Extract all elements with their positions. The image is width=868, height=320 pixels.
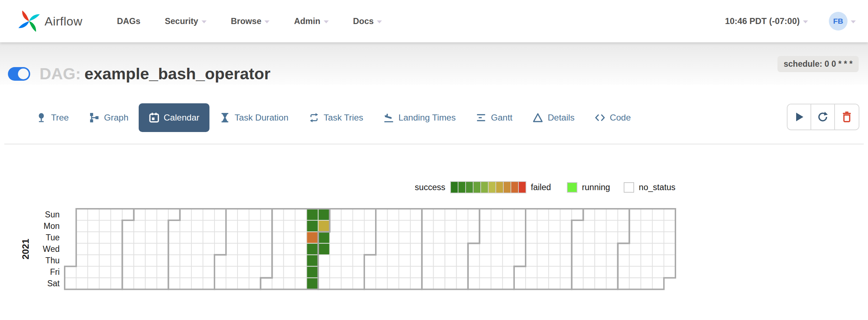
- calendar-cell[interactable]: [629, 255, 641, 266]
- calendar-cell[interactable]: [76, 220, 88, 232]
- calendar-cell[interactable]: [376, 278, 387, 289]
- calendar-cell[interactable]: [503, 255, 514, 266]
- calendar-cell[interactable]: [88, 255, 99, 266]
- calendar-cell[interactable]: [664, 266, 675, 278]
- calendar-cell[interactable]: [353, 209, 364, 220]
- calendar-cell[interactable]: [203, 243, 214, 255]
- calendar-cell[interactable]: [549, 266, 560, 278]
- calendar-cell[interactable]: [457, 266, 468, 278]
- calendar-cell[interactable]: [526, 243, 537, 255]
- calendar-cell[interactable]: [237, 278, 249, 289]
- calendar-cell[interactable]: [376, 209, 387, 220]
- calendar-cell[interactable]: [283, 266, 295, 278]
- calendar-cell[interactable]: [364, 220, 376, 232]
- calendar-cell[interactable]: [307, 266, 318, 278]
- calendar-cell[interactable]: [341, 232, 353, 243]
- calendar-cell[interactable]: [76, 209, 88, 220]
- calendar-cell[interactable]: [214, 209, 226, 220]
- calendar-cell[interactable]: [330, 266, 341, 278]
- calendar-cell[interactable]: [526, 255, 537, 266]
- calendar-cell[interactable]: [295, 209, 307, 220]
- calendar-cell[interactable]: [399, 266, 410, 278]
- calendar-cell[interactable]: [134, 255, 145, 266]
- calendar-cell[interactable]: [214, 232, 226, 243]
- nav-item-security[interactable]: Security: [165, 17, 207, 26]
- calendar-cell[interactable]: [526, 266, 537, 278]
- airflow-brand[interactable]: Airflow: [17, 9, 83, 33]
- calendar-cell[interactable]: [595, 255, 606, 266]
- calendar-cell[interactable]: [99, 209, 111, 220]
- calendar-cell[interactable]: [572, 266, 583, 278]
- calendar-cell[interactable]: [572, 255, 583, 266]
- calendar-cell[interactable]: [491, 243, 503, 255]
- calendar-cell[interactable]: [480, 232, 491, 243]
- calendar-cell[interactable]: [641, 209, 652, 220]
- calendar-cell[interactable]: [641, 232, 652, 243]
- calendar-cell[interactable]: [214, 220, 226, 232]
- calendar-cell[interactable]: [330, 255, 341, 266]
- calendar-cell[interactable]: [399, 209, 410, 220]
- calendar-cell[interactable]: [226, 255, 237, 266]
- calendar-cell[interactable]: [457, 243, 468, 255]
- calendar-cell[interactable]: [480, 220, 491, 232]
- calendar-cell[interactable]: [260, 232, 272, 243]
- calendar-cell[interactable]: [606, 243, 618, 255]
- trigger-dag-button[interactable]: [788, 104, 811, 130]
- calendar-cell[interactable]: [76, 232, 88, 243]
- calendar-cell[interactable]: [99, 255, 111, 266]
- calendar-cell[interactable]: [445, 278, 456, 289]
- calendar-cell[interactable]: [629, 243, 641, 255]
- calendar-cell[interactable]: [560, 209, 572, 220]
- calendar-cell[interactable]: [76, 243, 88, 255]
- calendar-cell[interactable]: [134, 232, 145, 243]
- calendar-cell[interactable]: [168, 232, 180, 243]
- nav-item-dags[interactable]: DAGs: [117, 17, 140, 26]
- calendar-cell[interactable]: [376, 266, 387, 278]
- calendar-cell[interactable]: [226, 278, 237, 289]
- calendar-cell[interactable]: [168, 243, 180, 255]
- calendar-cell[interactable]: [537, 220, 549, 232]
- calendar-cell[interactable]: [307, 255, 318, 266]
- calendar-cell[interactable]: [237, 255, 249, 266]
- calendar-cell[interactable]: [549, 278, 560, 289]
- calendar-cell[interactable]: [549, 220, 560, 232]
- calendar-cell[interactable]: [399, 255, 410, 266]
- calendar-cell[interactable]: [652, 255, 664, 266]
- calendar-cell[interactable]: [468, 255, 480, 266]
- calendar-cell[interactable]: [134, 278, 145, 289]
- calendar-cell[interactable]: [376, 220, 387, 232]
- calendar-cell[interactable]: [168, 255, 180, 266]
- calendar-cell[interactable]: [457, 278, 468, 289]
- calendar-cell[interactable]: [387, 232, 399, 243]
- calendar-cell[interactable]: [88, 243, 99, 255]
- calendar-cell[interactable]: [283, 255, 295, 266]
- calendar-cell[interactable]: [641, 243, 652, 255]
- calendar-cell[interactable]: [583, 278, 595, 289]
- calendar-cell[interactable]: [503, 220, 514, 232]
- delete-dag-button[interactable]: [835, 104, 859, 130]
- tab-task-tries[interactable]: Task Tries: [299, 103, 373, 132]
- calendar-cell[interactable]: [560, 278, 572, 289]
- refresh-dag-button[interactable]: [811, 104, 835, 130]
- calendar-cell[interactable]: [422, 209, 433, 220]
- calendar-cell[interactable]: [526, 278, 537, 289]
- calendar-cell[interactable]: [76, 278, 88, 289]
- tab-calendar[interactable]: Calendar: [139, 103, 209, 132]
- calendar-cell[interactable]: [491, 220, 503, 232]
- nav-item-admin[interactable]: Admin: [294, 17, 328, 26]
- calendar-cell[interactable]: [410, 243, 422, 255]
- calendar-cell[interactable]: [433, 266, 445, 278]
- calendar-cell[interactable]: [606, 266, 618, 278]
- calendar-cell[interactable]: [618, 278, 629, 289]
- calendar-cell[interactable]: [641, 278, 652, 289]
- calendar-cell[interactable]: [572, 243, 583, 255]
- nav-item-docs[interactable]: Docs: [353, 17, 382, 26]
- tab-code[interactable]: Code: [585, 103, 641, 132]
- calendar-cell[interactable]: [330, 243, 341, 255]
- calendar-cell[interactable]: [514, 220, 526, 232]
- calendar-cell[interactable]: [410, 232, 422, 243]
- calendar-cell[interactable]: [387, 220, 399, 232]
- calendar-cell[interactable]: [468, 278, 480, 289]
- calendar-cell[interactable]: [422, 255, 433, 266]
- calendar-cell[interactable]: [410, 278, 422, 289]
